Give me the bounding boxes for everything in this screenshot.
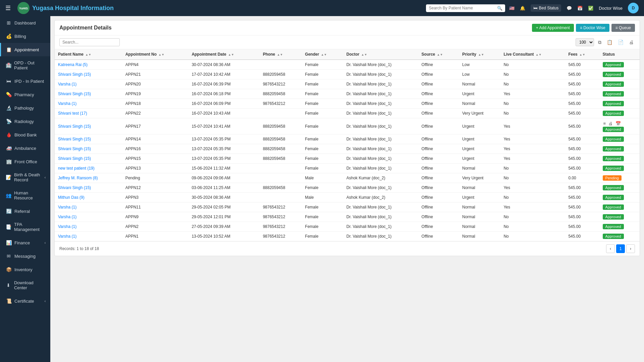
col-status[interactable]: Status: [599, 49, 640, 60]
cell-live-consultant: No: [500, 164, 565, 173]
sidebar-item-finance[interactable]: 📊 Finance ‹: [0, 236, 50, 249]
col-gender[interactable]: Gender ▲▼: [302, 49, 343, 60]
sidebar-item-inventory[interactable]: 📦 Inventory: [0, 263, 50, 276]
patient-link[interactable]: Varsha (1): [58, 224, 76, 229]
col-appointment-date[interactable]: Appointment Date ▲▼: [188, 49, 259, 60]
bed-icon: 🛏: [533, 6, 537, 10]
patient-link[interactable]: Varsha (1): [58, 234, 76, 239]
patient-link[interactable]: Jeffrey M. Ransom (8): [58, 176, 98, 180]
cell-phone: [260, 193, 302, 202]
table-search-box[interactable]: [59, 38, 120, 46]
cell-live-consultant: Yes: [500, 89, 565, 99]
cell-appointment-no: APPN4: [122, 60, 189, 70]
avatar[interactable]: D: [628, 3, 639, 13]
col-doctor[interactable]: Doctor ▲▼: [343, 49, 418, 60]
csv-icon[interactable]: 📄: [616, 39, 625, 46]
sidebar-item-appointment[interactable]: 📋 Appointment: [0, 43, 50, 56]
patient-link[interactable]: Shivani Singh (15): [58, 92, 91, 96]
col-live-consultant[interactable]: Live Consultant ▲▼: [500, 49, 565, 60]
col-appointment-no[interactable]: Appointment No ▲▼: [122, 49, 189, 60]
patient-link[interactable]: Varsha (1): [58, 82, 76, 86]
export-icon[interactable]: 📋: [605, 39, 614, 46]
patient-link[interactable]: Shivani Singh (15): [58, 156, 91, 161]
cell-phone: 8882059458: [260, 134, 302, 144]
patient-link[interactable]: Shivani test (17): [58, 111, 87, 116]
col-patient-name[interactable]: Patient Name ▲▼: [55, 49, 122, 60]
cell-appointment-no: APPN16: [122, 144, 189, 154]
col-priority[interactable]: Priority ▲▼: [459, 49, 500, 60]
row-calendar-icon[interactable]: 📅: [615, 120, 622, 127]
page-1-button[interactable]: 1: [616, 244, 625, 253]
search-input[interactable]: [429, 6, 496, 10]
sidebar-item-ipd[interactable]: 🛏 IPD - In Patient: [0, 74, 50, 88]
sidebar-item-messaging[interactable]: ✉ Messaging: [0, 249, 50, 263]
col-phone[interactable]: Phone ▲▼: [260, 49, 302, 60]
doctor-wise-button[interactable]: ≡ Doctor Wise: [576, 24, 609, 32]
next-page-button[interactable]: ›: [626, 244, 635, 253]
sidebar-item-birth-death[interactable]: 📝 Birth & Death Record ‹: [0, 168, 50, 186]
patient-link[interactable]: Varsha (1): [58, 101, 76, 106]
cell-fees: 545.00: [565, 193, 599, 202]
table-search-input[interactable]: [59, 38, 120, 46]
cell-doctor: Dr. Vaishali More (doc_1): [343, 99, 418, 109]
patient-link[interactable]: Shivani Singh (15): [58, 185, 91, 190]
sidebar-item-pharmacy[interactable]: 💊 Pharmacy: [0, 88, 50, 101]
cell-live-consultant: Yes: [500, 154, 565, 164]
patient-link[interactable]: Mithun Das (9): [58, 195, 85, 200]
search-bar[interactable]: 🔍: [426, 4, 505, 12]
patient-link[interactable]: new test patient (19): [58, 166, 95, 171]
cell-doctor: Dr. Vaishali More (doc_1): [343, 89, 418, 99]
patient-link[interactable]: Shivani Singh (15): [58, 72, 91, 77]
sidebar-label-pathology: Pathology: [14, 106, 34, 111]
table-container: Patient Name ▲▼ Appointment No ▲▼ Appoin…: [55, 49, 640, 241]
patient-link[interactable]: Varsha (1): [58, 215, 76, 219]
row-print-icon[interactable]: 🖨: [608, 120, 613, 127]
sidebar-item-front-office[interactable]: 🏢 Front Office: [0, 155, 50, 168]
sidebar-label-download-center: Download Center: [14, 280, 46, 290]
referral-icon: 🔄: [6, 208, 12, 214]
sidebar-item-ambulance[interactable]: 🚑 Ambulance: [0, 141, 50, 155]
sidebar-item-referral[interactable]: 🔄 Referral: [0, 204, 50, 218]
cell-priority: Normal: [459, 222, 500, 232]
prev-page-button[interactable]: ‹: [606, 244, 615, 253]
col-fees[interactable]: Fees ▲▼: [565, 49, 599, 60]
per-page-select[interactable]: 100 50 25: [576, 38, 594, 46]
sidebar-item-pathology[interactable]: 🔬 Pathology: [0, 101, 50, 115]
sidebar-item-certificate[interactable]: 📜 Certificate ‹: [0, 294, 50, 308]
patient-link[interactable]: Katreena Rai (5): [58, 62, 88, 67]
copy-icon[interactable]: ⧉: [597, 39, 603, 46]
col-source[interactable]: Source ▲▼: [418, 49, 459, 60]
queue-button[interactable]: ≡ Queue: [611, 24, 635, 32]
patient-link[interactable]: Varsha (1): [58, 205, 76, 209]
sidebar-item-radiology[interactable]: 📡 Radiology: [0, 115, 50, 128]
appointments-table: Patient Name ▲▼ Appointment No ▲▼ Appoin…: [55, 49, 640, 241]
status-badge: Approved: [603, 156, 624, 161]
patient-link[interactable]: Shivani Singh (15): [58, 124, 91, 129]
hamburger-button[interactable]: ☰: [5, 4, 11, 12]
notification-icon[interactable]: 🔔: [520, 6, 525, 11]
sidebar-item-human-resource[interactable]: 👥 Human Resource: [0, 186, 50, 204]
cell-doctor: Dr. Vaishali More (doc_1): [343, 222, 418, 232]
add-appointment-button[interactable]: + Add Appointment: [532, 24, 574, 32]
certificate-icon: 📜: [6, 298, 12, 304]
cell-appointment-no: APPN18: [122, 99, 189, 109]
sidebar-item-tpa[interactable]: 📑 TPA Management: [0, 218, 50, 236]
sidebar-item-blood-bank[interactable]: 🩸 Blood Bank: [0, 128, 50, 141]
bed-status[interactable]: 🛏 Bed Status: [531, 4, 561, 12]
patient-link[interactable]: Shivani Singh (15): [58, 137, 91, 141]
sidebar-item-download-center[interactable]: ⬇ Download Center: [0, 276, 50, 294]
sidebar-item-dashboard[interactable]: ⊞ Dashboard: [0, 16, 50, 29]
cell-priority: Urgent: [459, 134, 500, 144]
cell-phone: [260, 109, 302, 118]
sidebar-item-billing[interactable]: 💰 Billing: [0, 29, 50, 43]
sidebar-item-opd[interactable]: 🏥 OPD - Out Patient: [0, 56, 50, 74]
row-menu-icon[interactable]: ≡: [603, 120, 607, 127]
calendar-icon[interactable]: 📅: [577, 6, 583, 11]
panel-actions: + Add Appointment ≡ Doctor Wise ≡ Queue: [532, 24, 635, 32]
patient-link[interactable]: Shivani Singh (15): [58, 146, 91, 151]
check-icon[interactable]: ✅: [588, 6, 593, 11]
cell-fees: 545.00: [565, 109, 599, 118]
search-icon[interactable]: 🔍: [497, 6, 502, 11]
print-icon[interactable]: 🖨: [628, 39, 635, 46]
whatsapp-icon[interactable]: 💬: [567, 6, 572, 11]
